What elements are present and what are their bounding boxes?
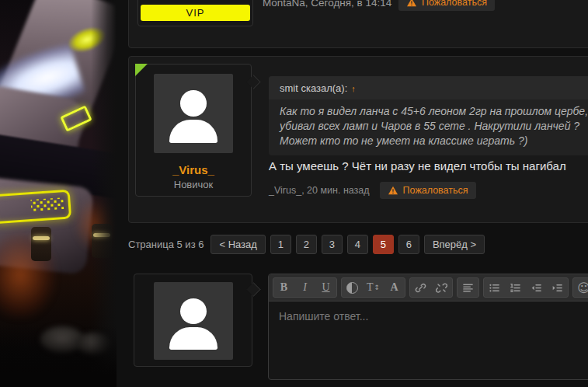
- mech-shoulder-shape: [0, 84, 85, 203]
- page-button-2[interactable]: 2: [296, 235, 317, 254]
- yellow-glow-accent: [64, 22, 110, 58]
- unlink-button[interactable]: [431, 278, 452, 297]
- reply-editor: B I U T↕ A: [268, 274, 588, 380]
- outdent-icon: [531, 282, 542, 294]
- warning-icon: [388, 186, 398, 195]
- bullet-list-button[interactable]: [484, 278, 505, 297]
- warning-icon: [406, 0, 417, 7]
- user-panel: _Virus_ Новичок: [135, 64, 252, 197]
- vip-badge: VIP: [141, 5, 250, 21]
- quote-header-label: smit сказал(а):: [280, 82, 347, 94]
- mech-lower-armor: [0, 176, 94, 274]
- user-title: Новичок: [136, 179, 251, 190]
- post-partial-montana: VIP MontaNa, Сегодня, в 14:14 Пожаловать…: [128, 0, 588, 48]
- page-button-6[interactable]: 6: [398, 235, 419, 254]
- bullet-list-icon: [489, 282, 500, 294]
- ordered-list-button[interactable]: [505, 278, 526, 297]
- avatar[interactable]: [154, 74, 233, 153]
- rock-mound: [40, 326, 84, 353]
- toolbar-group-format: B I U: [273, 277, 337, 298]
- glowing-jar: [31, 227, 51, 261]
- page-button-5[interactable]: 5: [373, 235, 394, 254]
- font-family-button[interactable]: A: [384, 278, 405, 297]
- report-button-label: Пожаловаться: [422, 0, 487, 8]
- link-icon: [415, 282, 426, 294]
- ordered-list-icon: [510, 282, 521, 294]
- quote-header[interactable]: smit сказал(а):↑: [269, 76, 588, 99]
- text-size-button[interactable]: T↕: [363, 278, 384, 297]
- post-footer-meta: _Virus_, 20 мин. назад: [269, 185, 370, 196]
- indent-button[interactable]: [547, 278, 568, 297]
- post-meta: MontaNa, Сегодня, в 14:14: [263, 0, 391, 9]
- unlink-icon: [436, 282, 447, 294]
- quote-line: Как то я видел ланча с 45+6 леоном 2гр н…: [280, 104, 588, 119]
- toolbar-group-links: [409, 277, 453, 298]
- quote-block: smit сказал(а):↑ Как то я видел ланча с …: [269, 76, 588, 155]
- quote-jump-arrow[interactable]: ↑: [351, 84, 356, 93]
- insert-link-button[interactable]: [410, 278, 431, 297]
- username-link[interactable]: _Virus_: [136, 163, 251, 176]
- user-panel: [134, 274, 252, 367]
- report-button[interactable]: Пожаловаться: [380, 182, 476, 199]
- person-icon: [154, 282, 233, 360]
- report-button-label: Пожаловаться: [403, 185, 468, 196]
- neon-rectangle-light: [60, 105, 92, 131]
- person-icon: [154, 74, 233, 153]
- lava-glow: [0, 232, 56, 319]
- text-color-circle-icon: [346, 282, 358, 294]
- quote-line: Может кто то не умеет на классике играть…: [280, 134, 588, 148]
- toolbar-group-lists: [483, 277, 569, 298]
- avatar: [154, 282, 233, 360]
- glowing-jar: [92, 224, 112, 258]
- mech-body-shape: [0, 0, 117, 145]
- toolbar-group-align: [457, 277, 479, 298]
- page-counter: Страница 5 из 6: [128, 239, 204, 250]
- italic-button[interactable]: I: [294, 278, 315, 297]
- report-button[interactable]: Пожаловаться: [398, 0, 495, 11]
- sign-dots: [30, 197, 64, 211]
- toolbar-group-smilies: ☺: [572, 277, 588, 298]
- engine-flame-glow: [0, 41, 86, 127]
- page-button-3[interactable]: 3: [322, 235, 343, 254]
- post-virus: _Virus_ Новичок smit сказал(а):↑ Как то …: [128, 56, 588, 223]
- bold-button[interactable]: B: [273, 278, 294, 297]
- page-button-4[interactable]: 4: [347, 235, 368, 254]
- reply-input[interactable]: Напишите ответ...: [269, 302, 588, 380]
- next-page-button[interactable]: Вперёд >: [424, 235, 485, 254]
- post-footer: _Virus_, 20 мин. назад Пожаловаться: [269, 182, 476, 199]
- outdent-button[interactable]: [526, 278, 547, 297]
- smiley-button[interactable]: ☺: [573, 278, 588, 297]
- underline-button[interactable]: U: [315, 278, 336, 297]
- mech-dark-band: [0, 133, 117, 201]
- align-button[interactable]: [458, 278, 478, 297]
- editor-toolbar: B I U T↕ A: [269, 274, 588, 302]
- background-game-art: [0, 0, 117, 387]
- pagination: Страница 5 из 6 < Назад 123456 Вперёд >: [128, 235, 485, 254]
- lava-glow: [74, 197, 117, 253]
- new-post-indicator: [135, 64, 148, 76]
- post-message: А ты умеешь ? Чёт ни разу не видел чтобы…: [269, 159, 566, 173]
- page-button-1[interactable]: 1: [270, 235, 291, 254]
- fade-overlay: [0, 0, 117, 387]
- user-panel: VIP: [137, 0, 253, 26]
- prev-page-button[interactable]: < Назад: [210, 235, 265, 254]
- quote-line: убивал всех ламп и Чаров в 55 сете . Нак…: [280, 119, 588, 134]
- rock-mound: [76, 333, 112, 354]
- neon-dotted-sign: [0, 190, 71, 225]
- align-icon: [462, 282, 474, 294]
- text-color-button[interactable]: [342, 278, 363, 297]
- indent-icon: [551, 282, 563, 294]
- size-arrows-icon: ↕: [374, 284, 381, 291]
- toolbar-group-text: T↕ A: [341, 277, 405, 298]
- fade-overlay: [0, 325, 117, 387]
- quote-text: Как то я видел ланча с 45+6 леоном 2гр н…: [269, 99, 588, 155]
